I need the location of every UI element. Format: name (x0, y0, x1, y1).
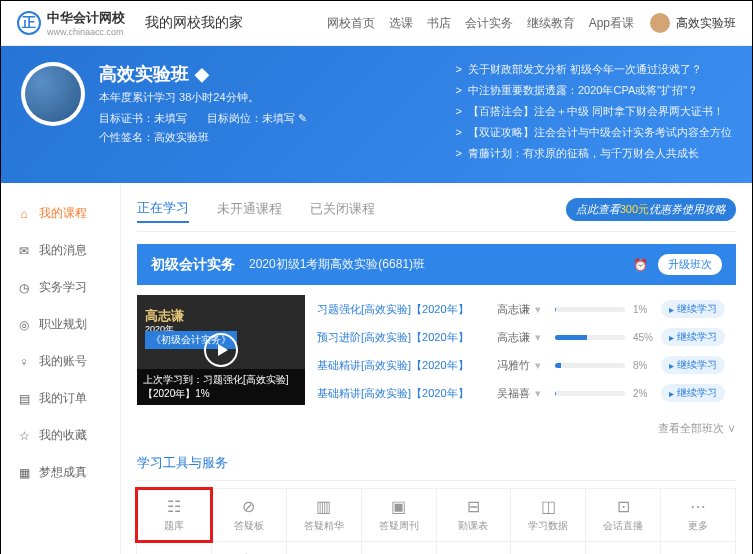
nav-app[interactable]: App看课 (589, 15, 634, 32)
lesson-name[interactable]: 预习进阶[高效实验]【2020年】 (317, 330, 497, 345)
tool-icon: ▢ (539, 550, 557, 554)
tool-更多[interactable]: ⋯更多 (660, 488, 736, 542)
nav-practice[interactable]: 会计实务 (465, 15, 513, 32)
sidebar-career[interactable]: ◎职业规划 (1, 306, 120, 343)
play-icon[interactable] (204, 333, 238, 367)
tool-答疑精华[interactable]: ▥答疑精华 (286, 488, 362, 542)
nav-bookstore[interactable]: 书店 (427, 15, 451, 32)
nav-courses[interactable]: 选课 (389, 15, 413, 32)
edit-icon[interactable]: ✎ (298, 112, 307, 124)
tool-label: 答疑板 (234, 519, 264, 533)
tool-薄弱知识点[interactable]: ▢薄弱知识点 (510, 541, 586, 554)
tool-测试报告[interactable]: ◷测试报告 (436, 541, 512, 554)
tool-成题消息[interactable]: ☁成题消息 (660, 541, 736, 554)
tool-题库[interactable]: ☷题库 (136, 488, 212, 542)
tool-答疑周刊[interactable]: ▣答疑周刊 (361, 488, 437, 542)
lesson-row: 基础精讲[高效实验]【2020年】 吴福喜 ▾ 2% ▸继续学习 (317, 379, 736, 407)
lesson-teacher: 冯雅竹 ▾ (497, 358, 547, 373)
lesson-name[interactable]: 基础精讲[高效实验]【2020年】 (317, 358, 497, 373)
play-small-icon: ▸ (669, 304, 674, 315)
chevron-down-icon[interactable]: ▾ (532, 387, 541, 399)
tool-入学测试[interactable]: ⊞入学测试 (136, 541, 212, 554)
news-item[interactable]: 【双证攻略】注会会计与中级会计实务考试内容全方位 (456, 125, 732, 140)
sidebar-messages[interactable]: ✉我的消息 (1, 232, 120, 269)
news-item[interactable]: 【百搭注会】注会＋中级 同时拿下财会界两大证书！ (456, 104, 732, 119)
continue-button[interactable]: ▸继续学习 (661, 300, 725, 318)
mail-icon: ✉ (17, 244, 31, 258)
tool-label: 更多 (688, 519, 708, 533)
video-thumbnail[interactable]: 高志谦 2020年初级会计职称 《初级会计实务》 上次学习到：习题强化[高效实验… (137, 295, 305, 405)
sidebar-my-courses[interactable]: ⌂我的课程 (1, 195, 120, 232)
tool-icon: ▥ (315, 497, 333, 515)
news-item[interactable]: 青藤计划：有求原的征稿，与千万财会人共成长 (456, 146, 732, 161)
tool-学习数据[interactable]: ◫学习数据 (510, 488, 586, 542)
view-all-link[interactable]: 查看全部班次 ∨ (137, 417, 736, 446)
user-menu[interactable]: 高效实验班 (650, 13, 736, 33)
tool-label: 学习数据 (528, 519, 568, 533)
brand-name: 中华会计网校 (47, 9, 125, 27)
tools-title: 学习工具与服务 (137, 446, 736, 481)
chevron-down-icon[interactable]: ▾ (532, 303, 541, 315)
sidebar-account[interactable]: ♀我的账号 (1, 343, 120, 380)
tool-label: 勤课表 (458, 519, 488, 533)
tool-icon: ▣ (390, 497, 408, 515)
tool-高频考点[interactable]: ⊙高频考点 (585, 541, 661, 554)
logo[interactable]: 正 中华会计网校 www.chinaacc.com (17, 9, 125, 37)
nav-edu[interactable]: 继续教育 (527, 15, 575, 32)
play-small-icon: ▸ (669, 332, 674, 343)
lesson-name[interactable]: 基础精讲[高效实验]【2020年】 (317, 386, 497, 401)
play-small-icon: ▸ (669, 360, 674, 371)
tool-label: 答疑周刊 (379, 519, 419, 533)
chevron-down-icon[interactable]: ▾ (532, 359, 541, 371)
sidebar-orders[interactable]: ▤我的订单 (1, 380, 120, 417)
news-list: 关于财政部发文分析 初级今年一次通过没戏了？ 中注协重要数据透露：2020年CP… (456, 62, 732, 167)
hero-username: 高效实验班◆ (99, 62, 307, 86)
tab-unopened[interactable]: 未开通课程 (217, 196, 282, 222)
news-item[interactable]: 关于财政部发文分析 初级今年一次通过没戏了？ (456, 62, 732, 77)
tool-勤课表[interactable]: ⊟勤课表 (436, 488, 512, 542)
target-icon: ◎ (17, 318, 31, 332)
tool-icon: ◷ (464, 550, 482, 554)
upgrade-button[interactable]: 升级班次 (658, 254, 722, 275)
tool-icon: ⊘ (240, 497, 258, 515)
promo-button[interactable]: 点此查看300元优惠券使用攻略 (566, 198, 736, 221)
course-title: 初级会计实务 (151, 256, 235, 274)
course-header: 初级会计实务 2020初级1考期高效实验(6681)班 ⏰ 升级班次 (137, 244, 736, 285)
alarm-icon[interactable]: ⏰ (633, 258, 648, 272)
tool-学习建议[interactable]: ✎学习建议 (211, 541, 287, 554)
lesson-row: 基础精讲[高效实验]【2020年】 冯雅竹 ▾ 8% ▸继续学习 (317, 351, 736, 379)
progress-bar (555, 335, 625, 340)
tool-label: 会话直播 (603, 519, 643, 533)
lesson-name[interactable]: 习题强化[高效实验]【2020年】 (317, 302, 497, 317)
sidebar-dream[interactable]: ▦梦想成真 (1, 454, 120, 491)
sidebar-practice[interactable]: ◷实务学习 (1, 269, 120, 306)
tool-icon: ◫ (539, 497, 557, 515)
hero-avatar[interactable] (21, 62, 85, 126)
sidebar-favorites[interactable]: ☆我的收藏 (1, 417, 120, 454)
tab-learning[interactable]: 正在学习 (137, 195, 189, 223)
tool-会话直播[interactable]: ⊡会话直播 (585, 488, 661, 542)
continue-button[interactable]: ▸继续学习 (661, 384, 725, 402)
tool-学习报告[interactable]: ▦学习报告 (361, 541, 437, 554)
page-title: 我的网校我的家 (145, 14, 243, 32)
tool-icon: ⊞ (165, 550, 183, 554)
chevron-down-icon[interactable]: ▾ (532, 331, 541, 343)
news-item[interactable]: 中注协重要数据透露：2020年CPA或将"扩招"？ (456, 83, 732, 98)
lesson-percent: 1% (633, 304, 661, 315)
tool-学习计划[interactable]: ▭学习计划 (286, 541, 362, 554)
main-content: 正在学习 未开通课程 已关闭课程 点此查看300元优惠券使用攻略 初级会计实务 … (121, 183, 752, 554)
video-progress: 上次学习到：习题强化[高效实验]【2020年】1% (137, 369, 305, 405)
continue-button[interactable]: ▸继续学习 (661, 328, 725, 346)
list-icon: ▤ (17, 392, 31, 406)
nav-home[interactable]: 网校首页 (327, 15, 375, 32)
tool-icon: ▦ (390, 550, 408, 554)
lesson-row: 习题强化[高效实验]【2020年】 高志谦 ▾ 1% ▸继续学习 (317, 295, 736, 323)
tool-答疑板[interactable]: ⊘答疑板 (211, 488, 287, 542)
continue-button[interactable]: ▸继续学习 (661, 356, 725, 374)
tools-grid-2: ⊞入学测试✎学习建议▭学习计划▦学习报告◷测试报告▢薄弱知识点⊙高频考点☁成题消… (137, 542, 736, 554)
tool-icon: ⊙ (614, 550, 632, 554)
lesson-list: 习题强化[高效实验]【2020年】 高志谦 ▾ 1% ▸继续学习预习进阶[高效实… (317, 295, 736, 407)
tab-closed[interactable]: 已关闭课程 (310, 196, 375, 222)
progress-bar (555, 307, 625, 312)
tool-icon: ✎ (240, 550, 258, 554)
